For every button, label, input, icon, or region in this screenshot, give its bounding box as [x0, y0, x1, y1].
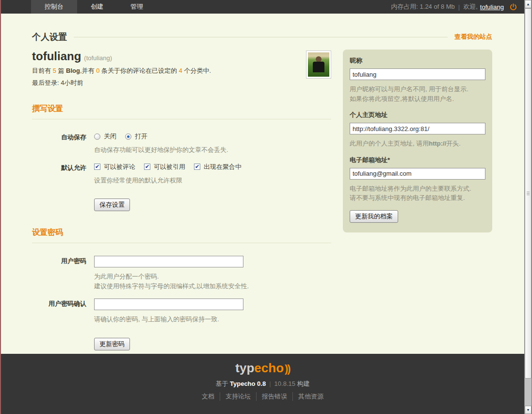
- logo-waves-icon: )): [285, 363, 290, 375]
- page-title: 个人设置: [32, 31, 67, 43]
- autosave-off-label[interactable]: 关闭: [104, 132, 116, 141]
- password-settings-title: 设置密码: [32, 228, 331, 238]
- nickname-desc: 用户昵称可以与用户名不同, 用于前台显示. 如果你将此项留空,将默认使用用户名.: [350, 84, 485, 103]
- stats-text: 条关于你的评论在已设定的: [99, 67, 178, 74]
- build-version: Typecho 0.8: [230, 380, 266, 387]
- password-row: 用户密码 为此用户分配一个密码. 建议使用特殊字符与字母的混编样式,以增加系统安…: [32, 256, 331, 291]
- update-profile-button[interactable]: 更新我的档案: [350, 210, 398, 223]
- autosave-off-radio[interactable]: [94, 133, 100, 140]
- profile-username: (tofuliang): [84, 54, 112, 62]
- header-divider: [74, 37, 448, 37]
- homepage-field: 个人主页地址 此用户的个人主页地址, 请用http://开头.: [350, 111, 485, 149]
- section-divider: [32, 119, 331, 119]
- email-field: 电子邮箱地址* 电子邮箱地址将作为此用户的主要联系方式. 请不要与系统中现有的电…: [350, 156, 485, 203]
- build-suffix: 构建: [295, 380, 310, 387]
- avatar-photo: [308, 52, 329, 77]
- allow-feed-label[interactable]: 出现在聚合中: [204, 163, 242, 171]
- allow-comment-checkbox[interactable]: [94, 164, 100, 170]
- homepage-desc: 此用户的个人主页地址, 请用http://开头.: [350, 139, 485, 149]
- homepage-input[interactable]: [350, 123, 485, 134]
- password-settings-section: 设置密码 用户密码 为此用户分配一个密码. 建议使用特殊字符与字母的混编样式,以…: [32, 228, 331, 350]
- profile-edit-panel: 昵称 用户昵称可以与用户名不同, 用于前台显示. 如果你将此项留空,将默认使用用…: [343, 50, 492, 232]
- password-input[interactable]: [94, 256, 243, 267]
- stats-text: 个分类中.: [182, 67, 211, 74]
- profile-stats: 目前有 5 篇 Blog,并有 0 条关于你的评论在已设定的 4 个分类中.: [32, 66, 211, 75]
- autosave-label: 自动保存: [32, 132, 86, 155]
- logo-text-echo: echo: [254, 361, 284, 375]
- footer-link-forum[interactable]: 支持论坛: [220, 392, 256, 401]
- homepage-desc-text: 开头.: [446, 140, 461, 147]
- nickname-desc-line1: 用户昵称可以与用户名不同, 用于前台显示.: [350, 85, 468, 93]
- autosave-row: 自动保存 关闭 打开 自动保存功能可以更好地保护你的文章不会丢失.: [32, 132, 331, 155]
- scrollbar-up-arrow[interactable]: ▲: [525, 0, 532, 8]
- allow-ping-label[interactable]: 可以被引用: [154, 163, 185, 171]
- vertical-scrollbar[interactable]: ▲ ▼: [524, 0, 532, 414]
- profile-display-name: tofuliang(tofuliang): [32, 50, 211, 63]
- top-navbar: 控制台 创建 管理 内存占用: 1.24 of 8 Mb | 欢迎, toful…: [1, 0, 524, 14]
- logo-text-typ: typ: [235, 361, 254, 375]
- homepage-label: 个人主页地址: [350, 111, 485, 119]
- page-header: 个人设置 查看我的站点: [32, 31, 492, 43]
- nickname-input[interactable]: [350, 68, 485, 80]
- stats-text: 目前有: [32, 67, 53, 74]
- profile-summary: tofuliang(tofuliang) 目前有 5 篇 Blog,并有 0 条…: [32, 50, 331, 87]
- footer: typecho)) 基于 Typecho 0.8|10.8.15 构建 文档 支…: [1, 354, 524, 414]
- tab-manage[interactable]: 管理: [117, 0, 157, 14]
- password-confirm-input[interactable]: [94, 298, 243, 310]
- writing-settings-title: 撰写设置: [32, 104, 331, 114]
- nav-tabs: 控制台 创建 管理: [31, 0, 157, 14]
- current-user-link[interactable]: tofuliang: [480, 3, 504, 11]
- writing-settings-section: 撰写设置 自动保存 关闭 打开: [32, 104, 331, 211]
- stats-text: 篇: [56, 67, 66, 74]
- autosave-on-radio[interactable]: [125, 133, 131, 140]
- categories-count: 4: [179, 67, 182, 74]
- password-desc-line1: 为此用户分配一个密码.: [94, 273, 159, 280]
- posts-count: 5: [53, 67, 56, 74]
- build-info: 基于 Typecho 0.8|10.8.15 构建: [215, 380, 309, 388]
- build-prefix: 基于: [215, 380, 230, 387]
- autosave-on-label[interactable]: 打开: [135, 132, 147, 141]
- email-desc: 电子邮箱地址将作为此用户的主要联系方式. 请不要与系统中现有的电子邮箱地址重复.: [350, 184, 485, 203]
- logout-power-icon[interactable]: [509, 3, 517, 11]
- email-desc-line1: 电子邮箱地址将作为此用户的主要联系方式.: [350, 185, 471, 192]
- footer-links: 文档 支持论坛 报告错误 其他资源: [196, 392, 329, 401]
- stats-text: ,并有: [80, 67, 96, 74]
- email-desc-line2: 请不要与系统中现有的电子邮箱地址重复.: [350, 194, 465, 201]
- nickname-desc-line2: 如果你将此项留空,将默认使用用户名.: [350, 95, 454, 102]
- update-password-button[interactable]: 更新密码: [94, 338, 130, 350]
- tab-console[interactable]: 控制台: [31, 0, 77, 14]
- typecho-logo: typecho)): [235, 362, 290, 374]
- scrollbar-thumb[interactable]: [525, 8, 532, 379]
- default-allow-row: 默认允许 可以被评论 可以被引用 出现: [32, 163, 331, 185]
- build-date: 10.8.15: [274, 380, 295, 387]
- footer-link-bugs[interactable]: 报告错误: [256, 392, 292, 401]
- nickname-field: 昵称 用户昵称可以与用户名不同, 用于前台显示. 如果你将此项留空,将默认使用用…: [350, 56, 485, 103]
- autosave-desc: 自动保存功能可以更好地保护你的文章不会丢失.: [94, 145, 228, 155]
- build-separator: |: [269, 380, 271, 387]
- allow-comment-label[interactable]: 可以被评论: [104, 163, 135, 171]
- email-label: 电子邮箱地址*: [350, 156, 485, 165]
- avatar: [306, 50, 331, 79]
- http-prefix: http://: [429, 140, 446, 147]
- password-desc: 为此用户分配一个密码. 建议使用特殊字符与字母的混编样式,以增加系统安全性.: [94, 272, 249, 291]
- settings-column: tofuliang(tofuliang) 目前有 5 篇 Blog,并有 0 条…: [32, 50, 331, 350]
- welcome-text: 欢迎,: [463, 2, 478, 11]
- section-divider: [32, 243, 331, 243]
- tab-create[interactable]: 创建: [77, 0, 117, 14]
- nickname-label: 昵称: [350, 56, 485, 65]
- view-my-site-link[interactable]: 查看我的站点: [454, 33, 492, 41]
- save-settings-button[interactable]: 保存设置: [94, 199, 130, 211]
- status-separator: |: [458, 3, 460, 11]
- profile-name-text: tofuliang: [32, 50, 81, 63]
- password-desc-line2: 建议使用特殊字符与字母的混编样式,以增加系统安全性.: [94, 282, 249, 290]
- profile-text: tofuliang(tofuliang) 目前有 5 篇 Blog,并有 0 条…: [32, 50, 211, 87]
- password-confirm-label: 用户密码确认: [32, 298, 86, 324]
- homepage-desc-text: 此用户的个人主页地址, 请用: [350, 140, 429, 147]
- last-login-text: 最后登录: 4小时前: [32, 79, 211, 87]
- footer-link-resources[interactable]: 其他资源: [292, 392, 329, 401]
- footer-link-docs[interactable]: 文档: [196, 392, 220, 401]
- allow-feed-checkbox[interactable]: [194, 164, 200, 170]
- email-input[interactable]: [350, 168, 485, 180]
- scrollbar-down-arrow[interactable]: ▼: [525, 406, 532, 414]
- allow-ping-checkbox[interactable]: [144, 164, 150, 170]
